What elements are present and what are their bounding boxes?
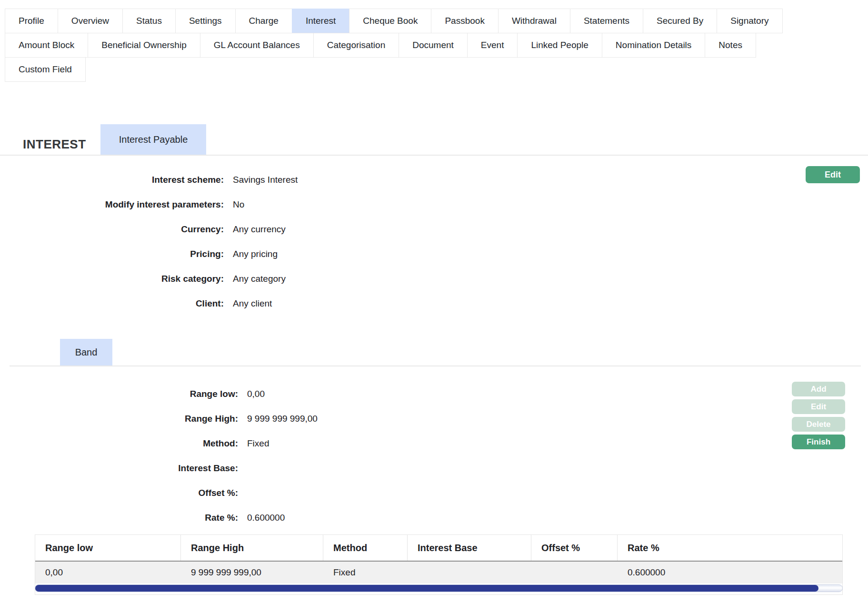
field-rate-percent: Rate %: 0.600000	[0, 505, 476, 530]
add-button[interactable]: Add	[792, 382, 845, 396]
field-label: Currency:	[0, 224, 224, 235]
field-label: Client:	[0, 298, 224, 309]
delete-button[interactable]: Delete	[792, 417, 845, 432]
band-table-header: Range low Range High Method Interest Bas…	[35, 535, 842, 562]
tab-nomination-details[interactable]: Nomination Details	[602, 33, 705, 58]
column-header-offset-percent: Offset %	[531, 535, 618, 561]
field-label: Range High:	[0, 414, 238, 424]
scrollbar-thumb[interactable]	[35, 585, 818, 592]
tab-amount-block[interactable]: Amount Block	[5, 33, 88, 58]
tab-row-2: Amount Block Beneficial Ownership GL Acc…	[5, 33, 783, 58]
tab-signatory[interactable]: Signatory	[717, 9, 782, 33]
tab-document[interactable]: Document	[399, 33, 468, 58]
field-label: Pricing:	[0, 249, 224, 259]
tab-overview[interactable]: Overview	[58, 9, 123, 33]
table-row[interactable]: 0,00 9 999 999 999,00 Fixed 0.600000	[35, 562, 842, 583]
cell-rate-percent: 0.600000	[618, 567, 842, 578]
tab-passbook[interactable]: Passbook	[431, 9, 498, 33]
field-value: Savings Interest	[233, 175, 298, 185]
column-header-range-high: Range High	[181, 535, 323, 561]
tab-beneficial-ownership[interactable]: Beneficial Ownership	[88, 33, 200, 58]
edit-band-button[interactable]: Edit	[792, 399, 845, 414]
subtab-interest-payable[interactable]: Interest Payable	[100, 124, 206, 155]
field-interest-base: Interest Base:	[0, 456, 476, 481]
field-currency: Currency: Any currency	[0, 217, 476, 242]
tab-profile[interactable]: Profile	[5, 9, 58, 33]
field-value: 9 999 999 999,00	[247, 414, 318, 424]
field-label: Modify interest parameters:	[0, 199, 224, 210]
field-value: Any currency	[233, 224, 286, 235]
main-tab-bar: Profile Overview Status Settings Charge …	[5, 9, 783, 82]
field-value: 0,00	[247, 389, 265, 399]
field-value: Any pricing	[233, 249, 278, 259]
tab-secured-by[interactable]: Secured By	[643, 9, 717, 33]
finish-button[interactable]: Finish	[792, 435, 845, 449]
tab-row-3: Custom Field	[5, 57, 783, 82]
field-label: Offset %:	[0, 488, 238, 498]
subtab-band[interactable]: Band	[60, 339, 112, 366]
field-offset-percent: Offset %:	[0, 481, 476, 505]
column-header-rate-percent: Rate %	[618, 535, 842, 561]
field-method: Method: Fixed	[0, 431, 476, 456]
band-divider	[10, 366, 861, 366]
page-title: INTEREST	[23, 138, 86, 150]
field-value: Any client	[233, 298, 272, 309]
tab-gl-account-balances[interactable]: GL Account Balances	[200, 33, 314, 58]
field-label: Rate %:	[0, 513, 238, 523]
field-label: Interest scheme:	[0, 175, 224, 185]
field-client: Client: Any client	[0, 291, 476, 316]
tab-categorisation[interactable]: Categorisation	[313, 33, 399, 58]
tab-custom-field[interactable]: Custom Field	[5, 57, 86, 82]
field-label: Interest Base:	[0, 463, 238, 474]
field-label: Range low:	[0, 389, 238, 399]
scrollbar-track[interactable]	[35, 584, 843, 592]
field-range-low: Range low: 0,00	[0, 382, 476, 406]
tab-status[interactable]: Status	[122, 9, 176, 33]
tab-statements[interactable]: Statements	[570, 9, 643, 33]
cell-method: Fixed	[323, 567, 408, 578]
tab-interest[interactable]: Interest	[292, 9, 349, 33]
cell-range-high: 9 999 999 999,00	[181, 567, 323, 578]
band-action-buttons: Add Edit Delete Finish	[792, 382, 845, 449]
tab-row-1: Profile Overview Status Settings Charge …	[5, 9, 783, 33]
column-header-range-low: Range low	[35, 535, 181, 561]
tab-event[interactable]: Event	[467, 33, 518, 58]
field-label: Method:	[0, 438, 238, 449]
field-label: Risk category:	[0, 274, 224, 284]
field-value: Fixed	[247, 438, 269, 449]
band-form: Range low: 0,00 Range High: 9 999 999 99…	[0, 382, 476, 530]
field-value: No	[233, 199, 244, 210]
field-interest-scheme: Interest scheme: Savings Interest	[0, 168, 476, 192]
field-value: Any category	[233, 274, 286, 284]
column-header-interest-base: Interest Base	[408, 535, 531, 561]
tab-settings[interactable]: Settings	[175, 9, 236, 33]
band-table: Range low Range High Method Interest Bas…	[35, 534, 843, 595]
field-pricing: Pricing: Any pricing	[0, 242, 476, 267]
edit-button[interactable]: Edit	[806, 166, 860, 183]
tab-cheque-book[interactable]: Cheque Book	[349, 9, 431, 33]
field-range-high: Range High: 9 999 999 999,00	[0, 406, 476, 431]
field-value: 0.600000	[247, 513, 285, 523]
field-modify-interest-parameters: Modify interest parameters: No	[0, 192, 476, 217]
interest-details-form: Interest scheme: Savings Interest Modify…	[0, 168, 476, 316]
tab-linked-people[interactable]: Linked People	[517, 33, 602, 58]
horizontal-scrollbar	[35, 583, 842, 594]
tab-charge[interactable]: Charge	[235, 9, 292, 33]
cell-range-low: 0,00	[35, 567, 181, 578]
tab-notes[interactable]: Notes	[705, 33, 756, 58]
tab-withdrawal[interactable]: Withdrawal	[498, 9, 570, 33]
column-header-method: Method	[323, 535, 408, 561]
field-risk-category: Risk category: Any category	[0, 267, 476, 291]
section-divider	[0, 155, 868, 156]
